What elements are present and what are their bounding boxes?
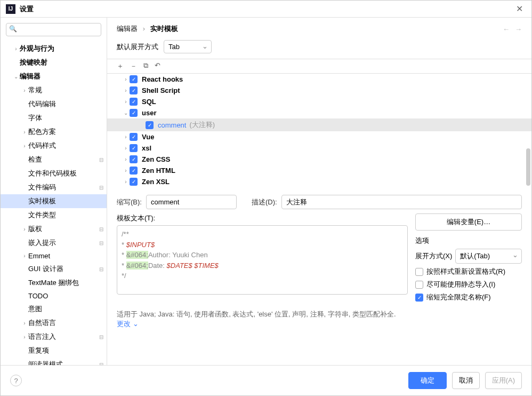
template-item[interactable]: ›✓Shell Script — [107, 85, 531, 96]
sidebar-item[interactable]: ›版权⊟ — [1, 222, 107, 236]
sidebar-item[interactable]: TODO — [1, 290, 107, 302]
template-list[interactable]: ›✓React hooks›✓Shell Script›✓SQL⌄✓user✓c… — [107, 74, 531, 187]
desc-label: 描述(D): — [252, 197, 277, 207]
sidebar-item[interactable]: 文件编码⊟ — [1, 180, 107, 194]
abbrev-label: 缩写(B): — [117, 197, 142, 207]
sidebar-item[interactable]: ›外观与行为 — [1, 42, 107, 56]
template-item[interactable]: ›✓Zen CSS — [107, 154, 531, 165]
sidebar-item[interactable]: 代码编辑 — [1, 97, 107, 111]
sidebar-item[interactable]: 检查⊟ — [1, 153, 107, 167]
sidebar-item[interactable]: 实时模板 — [1, 194, 107, 208]
window-title: 设置 — [20, 4, 513, 14]
applicable-contexts: 适用于 Java; Java: 语句, 使用者函数, 表达式, 'else' 位… — [107, 305, 531, 329]
breadcrumb-parent[interactable]: 编辑器 — [117, 25, 138, 33]
back-icon[interactable]: ← — [503, 25, 510, 33]
sidebar-item[interactable]: ›语言注入⊟ — [1, 330, 107, 344]
scrollbar[interactable] — [526, 148, 530, 186]
breadcrumb-current: 实时模板 — [150, 25, 178, 33]
template-code[interactable]: /** * $INPUT$ * &#064;Author: Yuuki Chen… — [117, 225, 408, 295]
sidebar-item[interactable]: ⌄编辑器 — [1, 69, 107, 83]
template-item[interactable]: ›✓Vue — [107, 131, 531, 142]
search-icon: 🔍 — [9, 25, 17, 33]
apply-button[interactable]: 应用(A) — [485, 372, 522, 389]
template-text-label: 模板文本(T): — [117, 213, 408, 223]
abbrev-input[interactable] — [146, 195, 237, 209]
sidebar-item[interactable]: 按键映射 — [1, 56, 107, 69]
sidebar-item[interactable]: TextMate 捆绑包 — [1, 276, 107, 290]
options-title: 选项 — [415, 236, 522, 245]
shorten-fqn-checkbox[interactable]: ✓ — [415, 294, 423, 302]
ok-button[interactable]: 确定 — [408, 372, 447, 389]
close-icon[interactable]: ✕ — [513, 4, 526, 14]
app-logo: IJ — [6, 4, 15, 14]
template-item[interactable]: ›✓SQL — [107, 96, 531, 107]
breadcrumb: 编辑器 › 实时模板 — [117, 24, 503, 34]
sidebar-item[interactable]: ›自然语言 — [1, 316, 107, 330]
desc-input[interactable] — [281, 195, 522, 209]
sidebar-item[interactable]: 嵌入提示⊟ — [1, 236, 107, 250]
template-item[interactable]: ›✓Zen XSL — [107, 176, 531, 187]
add-icon[interactable]: ＋ — [117, 61, 124, 71]
main-panel: 编辑器 › 实时模板 ← → 默认展开方式 Tab ＋ － ⧉ ↶ ›✓Reac… — [107, 18, 531, 365]
expand-with-label: 默认展开方式 — [117, 42, 158, 52]
sidebar-item[interactable]: ›Emmet — [1, 250, 107, 262]
sidebar-item[interactable]: ›常规 — [1, 83, 107, 97]
sidebar-item[interactable]: 阅读器模式⊟ — [1, 358, 107, 365]
expand-mode-label: 展开方式(X) — [415, 251, 452, 261]
titlebar: IJ 设置 ✕ — [1, 1, 531, 18]
sidebar-item[interactable]: ›配色方案 — [1, 125, 107, 139]
footer: ? 确定 取消 应用(A) — [1, 365, 531, 395]
sidebar: 🔍 ›外观与行为按键映射⌄编辑器›常规代码编辑字体›配色方案›代码样式检查⊟文件… — [1, 18, 107, 365]
sidebar-item[interactable]: 意图 — [1, 302, 107, 316]
remove-icon[interactable]: － — [130, 61, 137, 71]
cancel-button[interactable]: 取消 — [452, 372, 480, 389]
expand-mode-combo[interactable]: 默认(Tab) — [455, 249, 522, 264]
sidebar-item[interactable]: 重复项 — [1, 344, 107, 358]
template-item[interactable]: ›✓Zen HTML — [107, 165, 531, 176]
help-icon[interactable]: ? — [10, 375, 22, 386]
reformat-checkbox[interactable] — [415, 268, 423, 276]
edit-variables-button[interactable]: 编辑变量(E)… — [415, 213, 522, 231]
static-import-checkbox[interactable] — [415, 281, 423, 289]
template-item[interactable]: ✓comment(大注释) — [107, 118, 531, 131]
sidebar-item[interactable]: 字体 — [1, 111, 107, 125]
sidebar-item[interactable]: 文件和代码模板 — [1, 167, 107, 180]
change-context-link[interactable]: 更改 ⌄ — [117, 320, 139, 328]
sidebar-item[interactable]: ›代码样式 — [1, 139, 107, 153]
search-input[interactable] — [6, 23, 101, 36]
revert-icon[interactable]: ↶ — [155, 61, 160, 71]
expand-with-combo[interactable]: Tab — [164, 40, 212, 53]
template-item[interactable]: ⌄✓user — [107, 107, 531, 118]
template-item[interactable]: ›✓xsl — [107, 142, 531, 154]
template-toolbar: ＋ － ⧉ ↶ — [107, 59, 531, 74]
copy-icon[interactable]: ⧉ — [143, 61, 148, 71]
forward-icon[interactable]: → — [515, 25, 522, 33]
search-box: 🔍 — [6, 23, 101, 36]
template-item[interactable]: ›✓React hooks — [107, 74, 531, 85]
sidebar-item[interactable]: GUI 设计器⊟ — [1, 262, 107, 276]
nav-arrows: ← → — [503, 25, 522, 33]
settings-tree[interactable]: ›外观与行为按键映射⌄编辑器›常规代码编辑字体›配色方案›代码样式检查⊟文件和代… — [1, 42, 107, 365]
sidebar-item[interactable]: 文件类型 — [1, 208, 107, 222]
